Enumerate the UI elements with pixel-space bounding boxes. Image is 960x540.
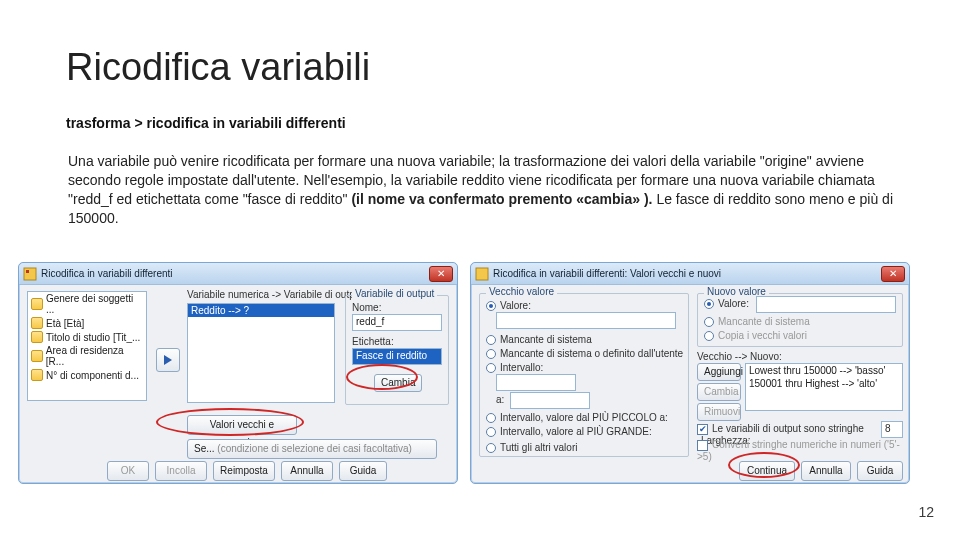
map-list[interactable]: Lowest thru 150000 --> 'basso' 150001 th… [745, 363, 903, 411]
radio-tutti[interactable] [486, 443, 496, 453]
guida-button[interactable]: Guida [339, 461, 387, 481]
rimuovi-button[interactable]: Rimuovi [697, 403, 741, 421]
ok-button[interactable]: OK [107, 461, 149, 481]
variable-list[interactable]: Genere dei soggetti ... Età [Età] Titolo… [27, 291, 147, 401]
incolla-button[interactable]: Incolla [155, 461, 207, 481]
radio-int-grande[interactable] [486, 427, 496, 437]
scale-icon [31, 350, 43, 362]
page-number: 12 [918, 504, 934, 520]
radio-new-mancante[interactable] [704, 317, 714, 327]
app-icon [23, 267, 37, 281]
check-stringhe[interactable]: ✔ [697, 424, 708, 435]
mapping-list[interactable]: Reddito --> ? [187, 303, 335, 403]
larghezza-input[interactable]: 8 [881, 421, 903, 438]
map-row[interactable]: Lowest thru 150000 --> 'basso' [746, 364, 902, 377]
etichetta-input[interactable]: Fasce di reddito [352, 348, 442, 365]
scale-icon [31, 369, 43, 381]
svg-rect-0 [24, 268, 36, 280]
radio-new-valore[interactable] [704, 299, 714, 309]
close-icon[interactable]: ✕ [881, 266, 905, 282]
group-label: Variabile di output [352, 288, 437, 299]
var-item[interactable]: Area di residenza [R... [28, 344, 146, 368]
a-label: a: [496, 394, 504, 405]
slide-title: Ricodifica variabili [66, 46, 370, 89]
name-input[interactable]: redd_f [352, 314, 442, 331]
radio-valore[interactable] [486, 301, 496, 311]
titlebar[interactable]: Ricodifica in variabili differenti ✕ [19, 263, 457, 285]
interval-from-input[interactable] [496, 374, 576, 391]
move-right-button[interactable] [156, 348, 180, 372]
reimposta-button[interactable]: Reimposta [213, 461, 275, 481]
selected-mapping[interactable]: Reddito --> ? [188, 304, 334, 317]
svg-rect-2 [476, 268, 488, 280]
etichetta-label: Etichetta: [352, 336, 394, 347]
body-bold: (il nome va confermato premento «cambia»… [351, 191, 652, 207]
guida-button-2[interactable]: Guida [857, 461, 903, 481]
new-value-input[interactable] [756, 296, 896, 313]
var-item[interactable]: N° di componenti d... [28, 368, 146, 382]
slide-body: Una variabile può venire ricodificata pe… [68, 152, 898, 228]
close-icon[interactable]: ✕ [429, 266, 453, 282]
dialog-title: Ricodifica in variabili differenti [41, 268, 429, 279]
aggiungi-button[interactable]: Aggiungi [697, 363, 741, 381]
highlight-continua [728, 452, 800, 478]
scale-icon [31, 331, 43, 343]
old-value-group: Vecchio valore Valore: Mancante di siste… [479, 293, 689, 457]
scale-icon [31, 298, 43, 310]
var-item[interactable]: Titolo di studio [Tit_... [28, 330, 146, 344]
radio-mancante[interactable] [486, 335, 496, 345]
radio-mancante-utente[interactable] [486, 349, 496, 359]
highlight-cambia [346, 364, 418, 390]
slide-subtitle: trasforma > ricodifica in variabili diff… [66, 115, 346, 131]
radio-intervallo[interactable] [486, 363, 496, 373]
radio-int-piccolo[interactable] [486, 413, 496, 423]
old-value-input[interactable] [496, 312, 676, 329]
interval-to-input[interactable] [510, 392, 590, 409]
annulla-button[interactable]: Annulla [281, 461, 333, 481]
center-header: Variabile numerica -> Variabile di outpu… [187, 289, 366, 300]
map-header: Vecchio --> Nuovo: [697, 351, 782, 362]
group-label: Vecchio valore [486, 286, 557, 297]
new-value-group: Nuovo valore Valore: Mancante di sistema… [697, 293, 903, 347]
map-row[interactable]: 150001 thru Highest --> 'alto' [746, 377, 902, 390]
radio-new-copia[interactable] [704, 331, 714, 341]
se-button[interactable]: Se... (condizione di selezione dei casi … [187, 439, 437, 459]
svg-rect-1 [26, 270, 29, 273]
titlebar[interactable]: Ricodifica in variabili differenti: Valo… [471, 263, 909, 285]
cambia-button-2[interactable]: Cambia [697, 383, 741, 401]
var-item[interactable]: Età [Età] [28, 316, 146, 330]
scale-icon [31, 317, 43, 329]
arrow-right-icon [161, 353, 175, 367]
dialog-title: Ricodifica in variabili differenti: Valo… [493, 268, 881, 279]
var-item[interactable]: Genere dei soggetti ... [28, 292, 146, 316]
values-dialog: Ricodifica in variabili differenti: Valo… [470, 262, 910, 484]
annulla-button-2[interactable]: Annulla [801, 461, 851, 481]
highlight-valori [156, 408, 304, 436]
check-converti[interactable] [697, 440, 708, 451]
name-label: Nome: [352, 302, 381, 313]
app-icon [475, 267, 489, 281]
